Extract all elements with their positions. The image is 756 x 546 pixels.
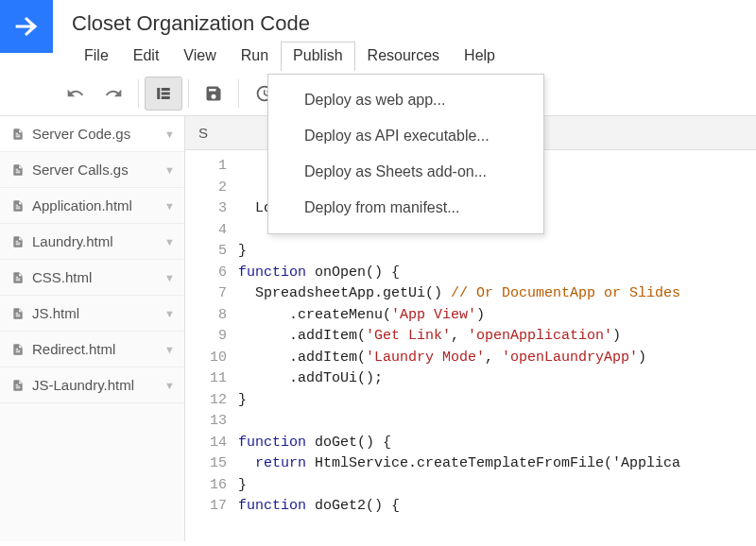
redo-button[interactable] [94,77,132,111]
file-icon [11,270,25,285]
chevron-down-icon[interactable]: ▼ [164,164,175,176]
file-icon [11,198,25,213]
code-line: } [238,390,756,412]
line-number: 14 [185,433,227,454]
line-number: 5 [185,241,227,263]
code-line: .addItem('Get Link', 'openApplication') [238,326,756,348]
file-name: JS-Laundry.html [32,377,157,393]
publish-dropdown: Deploy as web app...Deploy as API execut… [267,74,544,234]
file-icon [11,342,25,357]
file-row[interactable]: JS-Laundry.html▼ [0,367,184,403]
toolbar-separator [188,79,189,108]
line-number: 7 [185,283,227,305]
code-line: return HtmlService.createTemplateFromFil… [238,453,756,475]
menu-help[interactable]: Help [452,42,507,71]
title-menu-block: Closet Organization Code FileEditViewRun… [53,0,756,71]
project-title[interactable]: Closet Organization Code [72,8,756,42]
file-row[interactable]: Application.html▼ [0,188,184,224]
chevron-down-icon[interactable]: ▼ [164,344,175,355]
app-logo[interactable] [0,0,53,53]
file-icon [11,306,25,321]
file-icon [11,162,25,178]
file-name: Server Code.gs [32,126,157,142]
menu-file[interactable]: File [72,42,121,71]
menu-edit[interactable]: Edit [121,42,172,71]
chevron-down-icon[interactable]: ▼ [164,236,175,247]
chevron-down-icon[interactable]: ▼ [164,272,175,283]
file-icon [11,127,25,142]
header: Closet Organization Code FileEditViewRun… [0,0,756,71]
file-row[interactable]: CSS.html▼ [0,260,184,296]
file-name: JS.html [32,305,157,321]
menu-view[interactable]: View [171,42,228,71]
code-line: } [238,241,756,263]
chevron-down-icon[interactable]: ▼ [164,200,175,212]
arrow-right-icon [10,10,43,43]
menu-bar: FileEditViewRunPublishResourcesHelp [72,42,756,71]
code-line: function doGet() { [238,433,756,454]
line-number: 15 [185,453,227,475]
line-number: 2 [185,178,227,199]
dropdown-item[interactable]: Deploy from manifest... [268,190,543,226]
menu-publish[interactable]: Publish [281,42,354,71]
code-line [238,411,756,433]
line-number: 9 [185,326,227,348]
line-number: 17 [185,496,227,518]
file-icon [11,378,25,393]
undo-icon [66,84,85,103]
file-row[interactable]: Redirect.html▼ [0,332,184,367]
line-number: 10 [185,348,227,369]
file-row[interactable]: Laundry.html▼ [0,224,184,260]
code-line: .addItem('Laundry Mode', 'openLaundryApp… [238,348,756,369]
dropdown-item[interactable]: Deploy as API executable... [268,118,543,154]
dropdown-item[interactable]: Deploy as Sheets add-on... [268,154,543,190]
line-number: 13 [185,411,227,433]
line-number: 6 [185,263,227,284]
code-line: function onOpen() { [238,263,756,284]
chevron-down-icon[interactable]: ▼ [164,380,175,391]
file-name: Redirect.html [32,341,157,357]
file-sidebar: Server Code.gs▼Server Calls.gs▼Applicati… [0,116,185,541]
redo-icon [104,84,123,103]
file-name: Laundry.html [32,233,157,249]
file-row[interactable]: Server Code.gs▼ [0,116,184,152]
line-gutter: 1234567891011121314151617 [185,150,238,541]
sidebar-toggle-icon [155,85,172,102]
chevron-down-icon[interactable]: ▼ [164,308,175,319]
dropdown-item[interactable]: Deploy as web app... [268,82,543,118]
code-line: .createMenu('App View') [238,305,756,327]
file-icon [11,234,25,249]
line-number: 1 [185,156,227,178]
menu-run[interactable]: Run [229,42,281,71]
line-number: 8 [185,305,227,327]
line-number: 4 [185,220,227,242]
line-number: 3 [185,198,227,220]
undo-button[interactable] [57,77,94,111]
file-name: Application.html [32,197,157,213]
code-line: .addToUi(); [238,368,756,390]
editor-tab-label[interactable]: S [198,125,208,141]
save-icon [204,84,223,103]
file-name: CSS.html [32,269,157,285]
file-name: Server Calls.gs [32,162,157,178]
line-number: 16 [185,475,227,497]
save-button[interactable] [195,77,232,111]
line-number: 12 [185,390,227,412]
code-line: } [238,475,756,497]
chevron-down-icon[interactable]: ▼ [164,128,175,140]
code-line: SpreadsheetApp.getUi() // Or DocumentApp… [238,283,756,305]
menu-resources[interactable]: Resources [355,42,452,71]
code-line: function doGet2() { [238,496,756,518]
toolbar-separator [238,79,239,108]
sidebar-toggle-button[interactable] [145,77,182,111]
toolbar-separator [138,79,139,108]
file-row[interactable]: Server Calls.gs▼ [0,152,184,188]
line-number: 11 [185,368,227,390]
file-row[interactable]: JS.html▼ [0,296,184,332]
